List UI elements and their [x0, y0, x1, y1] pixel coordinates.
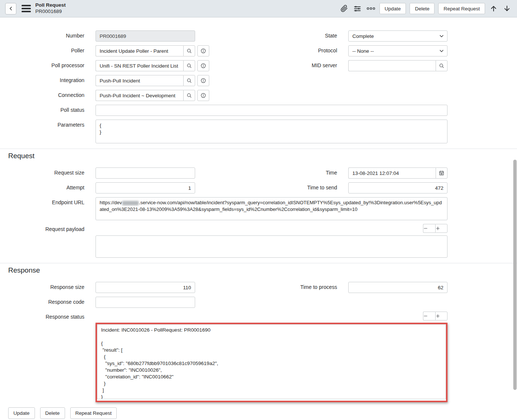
poller-lookup-button[interactable] [183, 45, 195, 56]
info-icon [200, 78, 206, 84]
time-to-send-label: Time to send [195, 182, 337, 191]
search-icon [187, 78, 192, 84]
integration-lookup-button[interactable] [183, 75, 195, 86]
arrow-up-icon [490, 5, 497, 12]
request-size-input[interactable] [96, 167, 195, 179]
chevron-left-icon [8, 6, 14, 12]
connection-input[interactable] [96, 90, 183, 101]
time-to-process-input[interactable] [348, 282, 447, 293]
form-footer: Update Delete Repeat Request [0, 402, 517, 419]
back-button[interactable] [5, 3, 16, 14]
request-size-label: Request size [0, 167, 84, 176]
poll-status-label: Poll status [0, 105, 84, 113]
mid-server-lookup-button[interactable] [436, 60, 447, 71]
search-icon [187, 93, 192, 98]
protocol-label: Protocol [209, 45, 337, 53]
response-status-grow-button[interactable] [435, 312, 447, 320]
search-icon [187, 48, 192, 54]
time-input[interactable] [348, 167, 436, 179]
footer-repeat-request-button[interactable]: Repeat Request [70, 407, 117, 419]
poll-processor-preview-button[interactable] [197, 60, 209, 71]
integration-input[interactable] [96, 75, 183, 86]
connection-lookup-button[interactable] [183, 90, 195, 101]
calendar-icon [439, 170, 445, 176]
response-status-shrink-button[interactable] [423, 312, 435, 320]
previous-record-button[interactable] [489, 4, 498, 13]
poller-preview-button[interactable] [197, 45, 209, 56]
integration-preview-button[interactable] [197, 75, 209, 86]
time-to-process-label: Time to process [195, 282, 337, 290]
sliders-icon [353, 5, 361, 13]
header-repeat-request-button[interactable]: Repeat Request [438, 3, 485, 14]
poller-input[interactable] [96, 45, 183, 56]
request-payload-label: Request payload [0, 224, 84, 232]
endpoint-url-input[interactable]: https://dev.service-now.com/api/now/tabl… [96, 197, 447, 220]
protocol-select[interactable]: -- None -- [348, 45, 447, 56]
search-icon [187, 63, 192, 69]
poll-processor-lookup-button[interactable] [183, 60, 195, 71]
vertical-scrollbar-thumb[interactable] [513, 160, 517, 390]
endpoint-url-prefix: https://dev [100, 200, 122, 205]
state-select[interactable]: Complete [348, 30, 447, 42]
request-payload-grow-button[interactable] [435, 224, 447, 233]
number-label: Number [0, 30, 84, 39]
response-size-label: Response size [0, 282, 84, 290]
context-menu-icon[interactable] [22, 5, 31, 12]
response-section-title: Response [0, 263, 517, 274]
next-record-button[interactable] [502, 4, 512, 13]
search-icon [439, 63, 445, 69]
info-icon [200, 48, 206, 54]
poll-status-input[interactable] [96, 105, 447, 116]
form-header: Poll Request PR0001689 Update Delete [0, 0, 517, 17]
time-label: Time [195, 167, 337, 176]
endpoint-url-suffix: .service-now.com/api/now/table/incident?… [100, 200, 442, 212]
minus-icon [423, 226, 428, 231]
poll-processor-input[interactable] [96, 60, 183, 71]
connection-preview-button[interactable] [197, 90, 209, 101]
plus-icon [436, 226, 440, 231]
request-payload-textarea[interactable] [96, 235, 447, 258]
request-payload-shrink-button[interactable] [423, 224, 435, 233]
mid-server-input[interactable] [348, 60, 436, 71]
personalize-form-button[interactable] [353, 4, 362, 13]
request-section-title: Request [0, 149, 517, 160]
paperclip-icon [340, 5, 348, 12]
page-title: Poll Request PR0001689 [35, 2, 66, 15]
more-options-icon [366, 7, 375, 10]
mid-server-label: MID server [209, 60, 337, 68]
number-input[interactable] [96, 30, 195, 42]
parameters-label: Parameters [0, 120, 84, 128]
response-status-label: Response status [0, 312, 84, 320]
poll-processor-label: Poll processor [0, 60, 84, 68]
poller-label: Poller [0, 45, 84, 53]
redacted-instance-name [122, 201, 139, 205]
record-type-title: Poll Request [35, 2, 66, 9]
footer-update-button[interactable]: Update [8, 407, 35, 419]
header-update-button[interactable]: Update [379, 3, 406, 14]
response-status-highlight-box: Incident: INC0010026 - PollRequest: PR00… [96, 323, 447, 402]
attempt-input[interactable] [96, 182, 195, 193]
response-code-input[interactable] [96, 297, 195, 308]
header-delete-button[interactable]: Delete [410, 3, 434, 14]
record-number-subtitle: PR0001689 [35, 9, 66, 15]
footer-delete-button[interactable]: Delete [40, 407, 65, 419]
plus-icon [436, 314, 440, 318]
attempt-label: Attempt [0, 182, 84, 191]
time-to-send-input[interactable] [348, 182, 447, 193]
arrow-down-icon [503, 5, 511, 12]
info-icon [200, 92, 206, 98]
state-label: State [195, 30, 337, 39]
integration-label: Integration [0, 75, 84, 83]
response-size-input[interactable] [96, 282, 195, 293]
parameters-textarea[interactable]: { } [96, 120, 447, 143]
response-status-textarea[interactable]: Incident: INC0010026 - PollRequest: PR00… [97, 324, 446, 399]
response-code-label: Response code [0, 297, 84, 305]
minus-icon [423, 314, 428, 318]
connection-label: Connection [0, 90, 84, 98]
more-options-button[interactable] [366, 4, 376, 13]
attachment-button[interactable] [339, 4, 349, 13]
info-icon [200, 63, 206, 69]
endpoint-url-label: Endpoint URL [0, 197, 84, 205]
time-calendar-button[interactable] [436, 167, 447, 179]
poll-request-form-page: Poll Request PR0001689 Update Delete [0, 0, 517, 420]
